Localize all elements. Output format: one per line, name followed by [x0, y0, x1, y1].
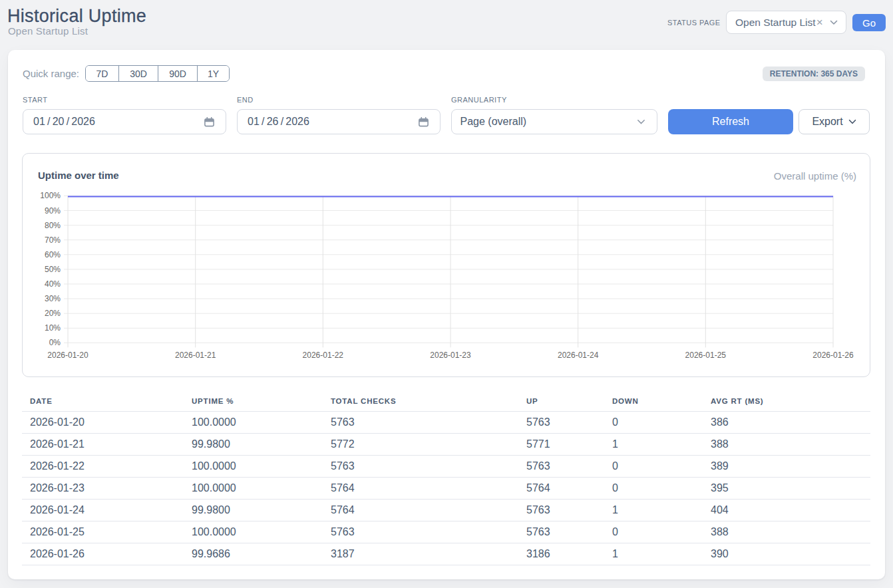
svg-text:2026-01-23: 2026-01-23: [430, 351, 471, 360]
svg-text:2026-01-24: 2026-01-24: [558, 351, 599, 360]
svg-text:10%: 10%: [45, 323, 61, 333]
svg-text:2026-01-21: 2026-01-21: [175, 351, 216, 360]
svg-text:2026-01-25: 2026-01-25: [685, 351, 727, 360]
svg-text:40%: 40%: [45, 279, 61, 289]
svg-text:50%: 50%: [45, 265, 61, 274]
svg-text:2026-01-22: 2026-01-22: [303, 351, 344, 360]
svg-text:60%: 60%: [45, 250, 61, 259]
svg-text:30%: 30%: [45, 294, 61, 303]
svg-text:100%: 100%: [40, 191, 61, 200]
svg-text:2026-01-20: 2026-01-20: [47, 351, 89, 360]
svg-text:0%: 0%: [49, 338, 61, 347]
svg-text:70%: 70%: [45, 235, 61, 245]
svg-text:90%: 90%: [45, 206, 61, 216]
svg-text:80%: 80%: [45, 221, 61, 230]
svg-text:2026-01-26: 2026-01-26: [812, 351, 854, 360]
svg-text:20%: 20%: [45, 309, 61, 318]
